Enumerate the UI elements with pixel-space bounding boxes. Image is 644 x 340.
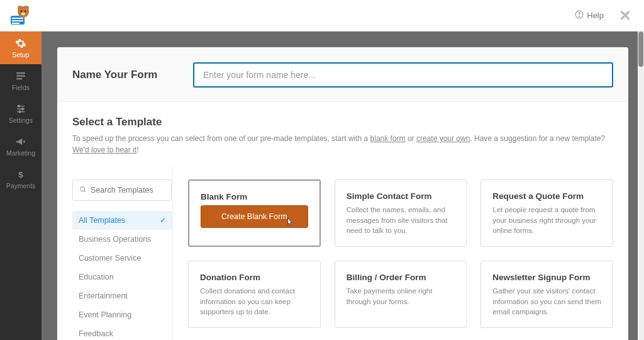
svg-point-8	[25, 10, 26, 12]
svg-point-9	[21, 12, 25, 14]
template-card-title: Donation Form	[200, 273, 309, 282]
topbar-right: Help ✕	[575, 7, 631, 25]
template-body: All Templates ✓ Business Operations Cust…	[57, 164, 628, 340]
template-card-title: Billing / Order Form	[347, 273, 455, 282]
svg-text:$: $	[18, 170, 23, 179]
template-card-desc: Gather your site visitors' contact infor…	[492, 286, 601, 317]
megaphone-icon	[14, 135, 27, 148]
template-card-desc: Collect the names, emails, and messages …	[347, 205, 455, 236]
sidebar-item-fields[interactable]: Fields	[0, 64, 42, 97]
category-item[interactable]: Education	[72, 268, 172, 286]
form-name-input[interactable]	[193, 62, 613, 88]
list-icon	[14, 70, 27, 82]
svg-point-18	[18, 105, 20, 107]
template-card-title: Request a Quote Form	[492, 191, 601, 201]
dollar-icon: $	[14, 168, 27, 181]
sidebar-item-label: Marketing	[6, 149, 35, 157]
template-title: Select a Template	[72, 116, 613, 128]
svg-point-11	[579, 16, 580, 16]
svg-rect-2	[12, 20, 23, 21]
search-input[interactable]	[91, 186, 165, 195]
category-item[interactable]: Entertainment	[72, 286, 172, 305]
svg-rect-12	[16, 72, 25, 74]
sidebar-item-settings[interactable]: Settings	[0, 97, 42, 130]
svg-rect-14	[16, 78, 22, 79]
sidebar-item-setup[interactable]: Setup	[0, 31, 42, 64]
template-card-title: Newsletter Signup Form	[492, 273, 601, 282]
template-card[interactable]: Newsletter Signup Form Gather your site …	[480, 261, 613, 328]
svg-rect-1	[12, 18, 23, 19]
name-section: Name Your Form	[57, 47, 628, 102]
template-header: Select a Template To speed up the proces…	[57, 102, 628, 164]
svg-point-22	[80, 187, 85, 191]
sidebar-item-payments[interactable]: $ Payments	[0, 162, 42, 195]
template-card-blank[interactable]: Blank Form Create Blank Form	[188, 179, 321, 247]
help-icon	[575, 10, 584, 21]
category-all-templates[interactable]: All Templates ✓	[72, 211, 172, 230]
svg-point-7	[21, 10, 23, 12]
sidebar-item-label: Setup	[12, 51, 29, 59]
template-sidebar: All Templates ✓ Business Operations Cust…	[72, 164, 173, 340]
template-card-title: Simple Contact Form	[347, 191, 455, 201]
template-card[interactable]: Billing / Order Form Take payments onlin…	[335, 261, 467, 328]
app-logo	[6, 3, 33, 29]
sidebar-item-label: Payments	[6, 182, 36, 190]
blank-form-link[interactable]: blank form	[370, 134, 406, 143]
create-own-link[interactable]: create your own	[416, 134, 470, 143]
template-card-desc: Collect donations and contact informatio…	[200, 286, 309, 317]
svg-point-20	[19, 111, 21, 113]
check-icon: ✓	[160, 216, 166, 225]
svg-rect-13	[16, 76, 25, 77]
sidebar: Setup Fields Settings Marketing $ Paymen…	[0, 31, 42, 340]
suggestion-link[interactable]: We'd love to hear it	[72, 145, 136, 154]
template-grid: Blank Form Create Blank Form Simple Cont…	[188, 164, 613, 340]
create-blank-form-button[interactable]: Create Blank Form	[201, 205, 308, 228]
category-item[interactable]: Event Planning	[72, 305, 172, 324]
close-button[interactable]: ✕	[619, 7, 631, 25]
svg-point-19	[22, 108, 24, 110]
sliders-icon	[14, 103, 27, 115]
sidebar-item-label: Fields	[12, 84, 30, 91]
category-label: All Templates	[79, 216, 125, 225]
category-item[interactable]: Customer Service	[72, 249, 172, 268]
topbar: Help ✕	[0, 0, 644, 31]
template-card[interactable]: Donation Form Collect donations and cont…	[188, 261, 321, 328]
stage-backdrop: Name Your Form Select a Template To spee…	[42, 31, 644, 340]
svg-point-5	[18, 6, 23, 11]
template-card-desc: Take payments online right through your …	[347, 286, 455, 307]
category-item[interactable]: Business Operations	[72, 230, 172, 249]
help-link[interactable]: Help	[575, 10, 604, 21]
setup-panel: Name Your Form Select a Template To spee…	[57, 47, 628, 340]
sidebar-item-marketing[interactable]: Marketing	[0, 130, 42, 162]
search-box[interactable]	[72, 179, 172, 201]
category-item[interactable]: Feedback	[72, 324, 172, 340]
help-label: Help	[587, 11, 604, 20]
search-icon	[79, 184, 87, 196]
svg-line-23	[84, 191, 86, 193]
gear-icon	[14, 37, 27, 50]
scrollbar-thumb[interactable]	[638, 31, 643, 67]
scrollbar-track[interactable]	[638, 31, 644, 340]
template-card[interactable]: Request a Quote Form Let people request …	[480, 179, 613, 247]
template-card[interactable]: Simple Contact Form Collect the names, e…	[335, 179, 467, 247]
svg-rect-3	[12, 23, 19, 24]
svg-point-6	[24, 6, 29, 11]
sidebar-item-label: Settings	[9, 116, 33, 124]
template-card-desc: Let people request a quote from your bus…	[492, 205, 601, 236]
name-label: Name Your Form	[72, 69, 179, 81]
template-desc: To speed up the process you can select f…	[72, 133, 613, 156]
template-card-title: Blank Form	[201, 192, 308, 201]
